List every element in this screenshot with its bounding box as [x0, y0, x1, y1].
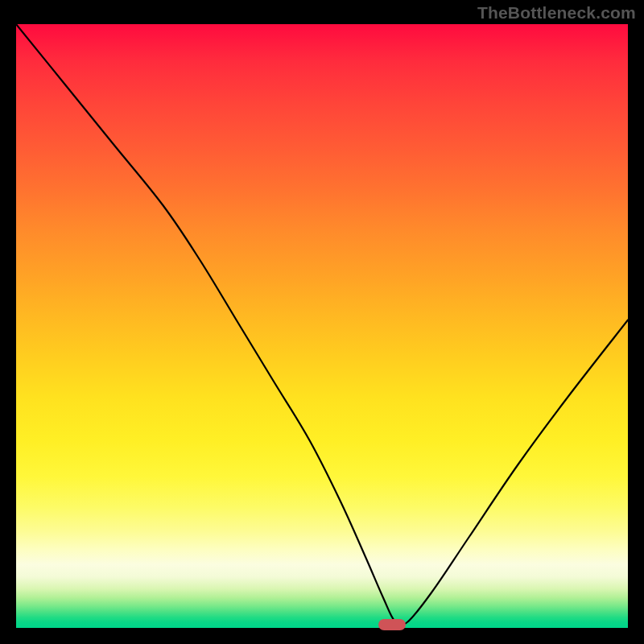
bottleneck-curve: [16, 24, 628, 628]
optimal-marker: [378, 619, 406, 630]
watermark-text: TheBottleneck.com: [477, 3, 636, 23]
plot-area: [16, 24, 628, 628]
chart-frame: TheBottleneck.com: [0, 0, 644, 644]
